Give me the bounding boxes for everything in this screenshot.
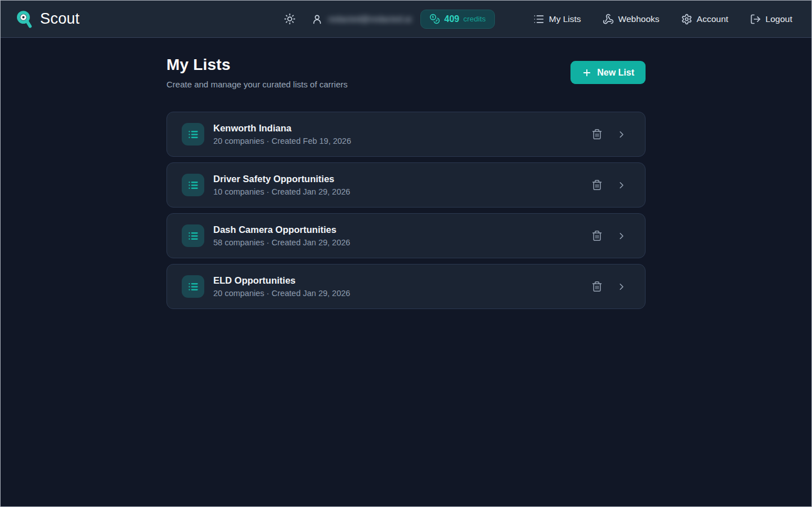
list-text-block: Driver Safety Opportunities 10 companies… — [213, 174, 350, 196]
list-item[interactable]: Dash Camera Opportunities 58 companies ·… — [166, 213, 646, 258]
delete-list-button[interactable] — [589, 279, 605, 294]
list-actions — [589, 177, 629, 193]
delete-list-button[interactable] — [589, 177, 605, 193]
page-title: My Lists — [166, 56, 348, 74]
new-list-button[interactable]: New List — [570, 61, 646, 84]
lists-container: Kenworth Indiana 20 companies · Created … — [166, 112, 646, 309]
nav-label: Logout — [766, 14, 792, 24]
open-list-button[interactable] — [614, 279, 629, 294]
list-meta: 20 companies · Created Feb 19, 2026 — [213, 136, 351, 146]
list-meta: 10 companies · Created Jan 29, 2026 — [213, 187, 350, 196]
list-text-block: Dash Camera Opportunities 58 companies ·… — [213, 224, 350, 247]
main-nav: My Lists Webhooks — [512, 10, 792, 28]
list-icon — [187, 179, 199, 191]
app-window: Scout redacte — [0, 0, 812, 507]
page-subtitle: Create and manage your curated lists of … — [166, 80, 348, 89]
list-actions — [589, 228, 629, 244]
chevron-right-icon — [616, 231, 627, 241]
nav-label: My Lists — [549, 14, 581, 24]
open-list-button[interactable] — [614, 178, 629, 193]
trash-icon — [591, 230, 603, 241]
trash-icon — [591, 129, 603, 140]
list-meta: 58 companies · Created Jan 29, 2026 — [213, 238, 350, 247]
list-text-block: ELD Opportunities 20 companies · Created… — [213, 275, 350, 298]
gear-icon — [681, 14, 692, 25]
credits-amount: 409 — [444, 14, 459, 24]
chevron-right-icon — [616, 129, 627, 140]
trash-icon — [591, 179, 603, 191]
list-actions — [589, 126, 629, 142]
list-name: ELD Opportunities — [213, 275, 350, 286]
delete-list-button[interactable] — [589, 228, 605, 244]
plus-icon — [582, 68, 592, 78]
my-lists-page: My Lists Create and manage your curated … — [166, 38, 646, 309]
list-name: Driver Safety Opportunities — [213, 174, 350, 184]
open-list-button[interactable] — [614, 228, 629, 244]
list-meta: 20 companies · Created Jan 29, 2026 — [213, 289, 350, 298]
nav-item-webhooks[interactable]: Webhooks — [603, 10, 660, 28]
user-account-chip: redacted@redacted.ai — [311, 14, 411, 25]
brand-logo[interactable]: Scout — [15, 10, 80, 29]
chevron-right-icon — [616, 281, 627, 292]
list-item[interactable]: Driver Safety Opportunities 10 companies… — [166, 162, 646, 208]
list-icon — [187, 230, 199, 242]
magnifier-logo-icon — [15, 10, 34, 29]
page-header-row: My Lists Create and manage your curated … — [166, 56, 646, 89]
brand-name: Scout — [40, 10, 80, 28]
list-item[interactable]: Kenworth Indiana 20 companies · Created … — [166, 112, 646, 157]
webhook-icon — [603, 14, 614, 25]
logout-icon — [750, 14, 761, 25]
delete-list-button[interactable] — [589, 126, 605, 142]
nav-item-account[interactable]: Account — [681, 10, 728, 28]
trash-icon — [591, 281, 603, 292]
theme-toggle-button[interactable] — [282, 11, 298, 27]
list-tile — [182, 123, 204, 146]
list-name: Kenworth Indiana — [213, 123, 351, 134]
user-email-redacted: redacted@redacted.ai — [328, 14, 411, 24]
list-icon — [187, 281, 199, 293]
list-icon — [533, 14, 545, 25]
list-actions — [589, 279, 629, 294]
list-item[interactable]: ELD Opportunities 20 companies · Created… — [166, 264, 646, 309]
chevron-right-icon — [616, 180, 627, 191]
sun-icon — [284, 13, 296, 25]
header-actions: redacted@redacted.ai 409 credits — [282, 10, 792, 29]
new-list-button-label: New List — [597, 68, 634, 78]
nav-item-logout[interactable]: Logout — [750, 10, 792, 28]
nav-item-my-lists[interactable]: My Lists — [533, 10, 581, 28]
list-tile — [182, 174, 204, 196]
list-tile — [182, 224, 204, 247]
top-navbar: Scout redacte — [1, 1, 811, 38]
credits-badge[interactable]: 409 credits — [420, 10, 494, 29]
open-list-button[interactable] — [614, 127, 629, 142]
coins-icon — [429, 14, 440, 24]
user-icon — [311, 14, 323, 25]
page-heading-block: My Lists Create and manage your curated … — [166, 56, 348, 89]
list-text-block: Kenworth Indiana 20 companies · Created … — [213, 123, 351, 146]
credits-label: credits — [463, 15, 486, 23]
list-icon — [187, 129, 199, 140]
list-name: Dash Camera Opportunities — [213, 224, 350, 235]
list-tile — [182, 275, 204, 298]
nav-label: Account — [697, 14, 728, 24]
nav-label: Webhooks — [618, 14, 660, 24]
